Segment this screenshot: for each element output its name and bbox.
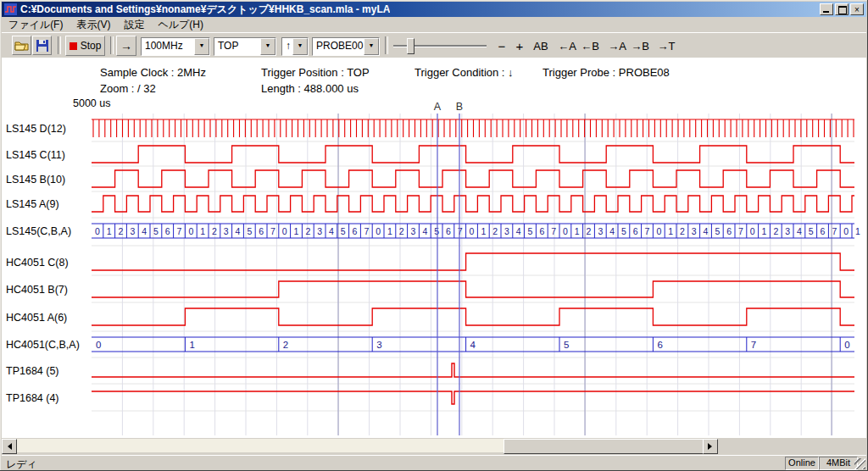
trigger-probe-value: PROBE00 — [316, 40, 363, 52]
maximize-button[interactable] — [835, 3, 849, 15]
info-sample-clock: Sample Clock : 2MHz — [100, 66, 206, 79]
resize-grip[interactable] — [854, 458, 865, 469]
info-trigger-position: Trigger Position : TOP — [261, 66, 370, 79]
zoom-slider-handle[interactable] — [407, 38, 415, 54]
scroll-right-icon — [708, 443, 715, 450]
info-trigger-probe: Trigger Probe : PROBE08 — [542, 66, 670, 79]
info-trigger-condition: Trigger Condition : ↓ — [415, 66, 514, 79]
goto-a-right-button[interactable]: →A — [606, 36, 628, 55]
menu-bar: ファイル(F) 表示(V) 設定 ヘルプ(H) — [2, 18, 866, 32]
trigger-edge-value: ↑ — [286, 40, 291, 52]
stop-button[interactable]: Stop — [65, 36, 105, 56]
run-button[interactable]: → — [116, 36, 136, 56]
open-button[interactable] — [12, 36, 31, 55]
toolbar-separator — [385, 36, 388, 54]
info-length: Length : 488.000 us — [261, 82, 359, 95]
client-area — [2, 58, 866, 438]
window-controls: × — [818, 3, 864, 15]
trigger-edge-select[interactable]: ↑ ▼ — [281, 37, 309, 56]
minimize-icon — [823, 11, 829, 13]
scroll-left-icon — [4, 443, 12, 450]
trigger-position-value: TOP — [218, 40, 238, 52]
close-button[interactable]: × — [850, 3, 864, 15]
dropdown-arrow-icon[interactable]: ▼ — [292, 38, 308, 55]
menu-help[interactable]: ヘルプ(H) — [151, 17, 210, 33]
scrollbar-thumb[interactable] — [504, 439, 707, 454]
save-button[interactable] — [32, 36, 52, 55]
toolbar-separator — [58, 36, 61, 54]
scroll-right-button[interactable] — [703, 439, 718, 454]
stop-label: Stop — [81, 40, 102, 52]
app-icon — [4, 3, 17, 15]
trigger-probe-select[interactable]: PROBE00 ▼ — [312, 37, 380, 56]
zoom-out-button[interactable]: − — [493, 36, 510, 55]
save-floppy-icon — [36, 40, 48, 52]
sample-clock-value: 100MHz — [145, 40, 183, 52]
maximize-icon — [838, 6, 847, 14]
window-title: C:¥Documents and Settings¥noname¥デスクトップ¥… — [20, 3, 390, 17]
status-online: Online — [785, 457, 819, 470]
title-bar[interactable]: C:¥Documents and Settings¥noname¥デスクトップ¥… — [2, 2, 866, 17]
minimize-button[interactable] — [820, 3, 833, 15]
goto-a-left-button[interactable]: ←A — [556, 36, 578, 55]
close-icon: × — [854, 5, 860, 14]
open-folder-icon — [14, 40, 29, 51]
toolbar-separator — [110, 36, 114, 54]
status-message: レディ — [6, 457, 37, 471]
menu-settings[interactable]: 設定 — [117, 17, 151, 33]
toolbar: Stop → 100MHz ▼ TOP ▼ ↑ ▼ PROBE00 ▼ − + … — [2, 32, 866, 59]
goto-b-left-button[interactable]: ←B — [579, 36, 601, 55]
trigger-position-select[interactable]: TOP ▼ — [214, 37, 276, 56]
cursor-ab-button[interactable]: AB — [530, 36, 552, 55]
menu-file[interactable]: ファイル(F) — [2, 17, 70, 33]
info-zoom: Zoom : / 32 — [100, 82, 156, 95]
horizontal-scrollbar[interactable] — [2, 439, 718, 452]
app-window: C:¥Documents and Settings¥noname¥デスクトップ¥… — [0, 0, 868, 471]
zoom-in-button[interactable]: + — [511, 36, 528, 55]
goto-trigger-button[interactable]: →T — [655, 36, 677, 55]
scroll-left-button[interactable] — [2, 439, 17, 454]
status-bar: レディ Online 4MBit — [2, 455, 866, 470]
menu-view[interactable]: 表示(V) — [70, 17, 117, 33]
sample-clock-select[interactable]: 100MHz ▼ — [141, 37, 210, 56]
goto-b-right-button[interactable]: →B — [629, 36, 651, 55]
dropdown-arrow-icon[interactable]: ▼ — [194, 38, 209, 55]
dropdown-arrow-icon[interactable]: ▼ — [364, 38, 379, 55]
stop-square-icon — [70, 42, 77, 50]
dropdown-arrow-icon[interactable]: ▼ — [260, 38, 275, 55]
status-memory: 4MBit — [819, 457, 858, 470]
